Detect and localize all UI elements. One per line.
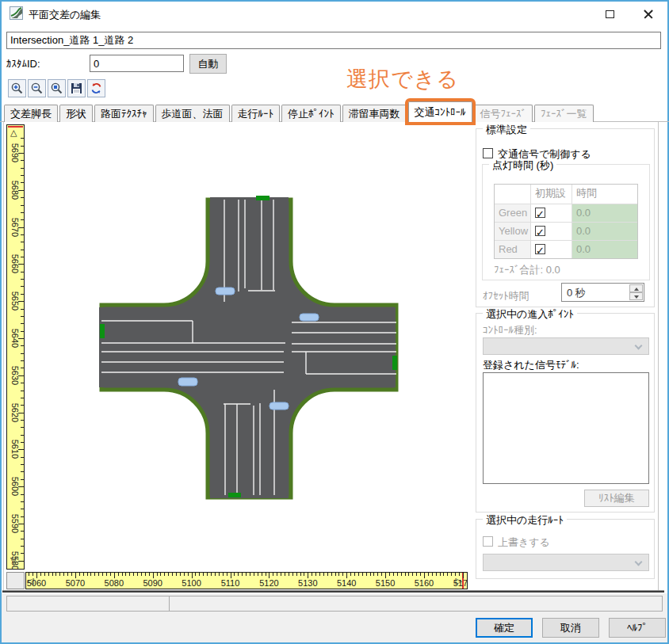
h-ruler-label: 5060 (25, 578, 55, 588)
signal-table: 初期設定時間Green0.0Yellow0.0Red0.0 (494, 184, 638, 259)
status-bar-divider (169, 596, 170, 611)
v-ruler-label: 5660 (10, 253, 20, 275)
canvas-bottom-edge (2, 590, 664, 593)
horizontal-ruler: ◁ ▷ 506050705080509051005110512051305140… (25, 572, 468, 589)
tab-page-border-left (3, 122, 4, 591)
cancel-button[interactable]: 取消 (542, 618, 599, 638)
arrow-down-icon (634, 295, 639, 299)
status-bar (6, 596, 663, 612)
spinner-up-button[interactable] (629, 284, 643, 292)
signal-name-cell: Red (495, 241, 530, 258)
intersection-name-input[interactable] (6, 32, 661, 49)
chevron-down-icon (635, 342, 643, 350)
h-ruler-label: 5140 (327, 578, 365, 588)
route-group: 選択中の走行ﾙｰﾄ 上書きする (476, 519, 655, 579)
overwrite-checkbox (483, 536, 493, 547)
signal-name-cell: Green (495, 204, 530, 222)
tab-8[interactable]: 交通ｺﾝﾄﾛｰﾙ (408, 101, 472, 122)
route-combobox (483, 554, 649, 571)
zoom-fit-icon (50, 82, 63, 95)
help-button[interactable]: ﾍﾙﾌﾟ (609, 618, 666, 638)
route-group-title: 選択中の走行ﾙｰﾄ (483, 513, 567, 528)
tab-3[interactable]: 路面ﾃｸｽﾁｬ (94, 105, 154, 122)
traffic-signal-checkbox[interactable] (483, 148, 493, 158)
h-ruler-label: 5090 (134, 578, 172, 588)
window-title: 平面交差の編集 (29, 8, 101, 22)
tab-6[interactable]: 停止ﾎﾟｲﾝﾄ (281, 105, 341, 122)
v-ruler-label: 5680 (10, 179, 20, 201)
tab-5[interactable]: 走行ﾙｰﾄ (231, 105, 281, 122)
v-ruler-label: 5620 (10, 402, 20, 424)
app-icon (10, 6, 23, 20)
spinner-down-button[interactable] (629, 292, 643, 300)
save-button[interactable] (67, 79, 86, 97)
control-type-label: ｺﾝﾄﾛｰﾙ種別: (483, 323, 537, 337)
signal-table-header: 初期設定 (530, 185, 572, 204)
entry-point-group: 選択中の進入ﾎﾟｲﾝﾄ ｺﾝﾄﾛｰﾙ種別: 登録された信号ﾓﾃﾞﾙ: ﾘｽﾄ編集 (476, 313, 655, 513)
yellow-initial-checkbox[interactable] (535, 226, 545, 236)
signal-table-row: Yellow0.0 (495, 222, 637, 240)
close-button[interactable] (636, 4, 659, 24)
tab-2[interactable]: 形状 (59, 105, 93, 122)
ruler-top-marker-icon[interactable]: △ (10, 128, 17, 136)
intersection-canvas[interactable] (25, 124, 468, 570)
tab-9: 信号ﾌｪｰｽﾞ (474, 105, 533, 122)
time-cell: 0.0 (572, 204, 637, 222)
zoom-in-button[interactable] (8, 79, 26, 97)
ok-button[interactable]: 確定 (476, 618, 533, 638)
green-initial-checkbox[interactable] (535, 208, 545, 218)
tab-7[interactable]: 滞留車両数 (342, 105, 407, 122)
tab-10: ﾌｪｰｽﾞ一覧 (534, 105, 594, 122)
intersection-edit-dialog: 平面交差の編集 ｶｽﾀﾑID: 自動 (0, 0, 669, 644)
entry-point-title: 選択中の進入ﾎﾟｲﾝﾄ (483, 307, 577, 322)
title-bar: 平面交差の編集 (2, 2, 667, 25)
refresh-button[interactable] (87, 79, 105, 97)
zoom-out-icon (30, 82, 44, 95)
offset-time-label: ｵﾌｾｯﾄ時間 (483, 289, 529, 303)
offset-time-spinner[interactable]: 0 秒 (561, 283, 644, 302)
initial-setting-cell (530, 223, 572, 240)
tab-4[interactable]: 歩道面、法面 (155, 105, 230, 122)
time-cell: 0.0 (572, 241, 637, 258)
signal-model-listbox[interactable] (483, 372, 649, 484)
signal-table-header: 時間 (572, 185, 637, 204)
v-ruler-label: 5610 (10, 438, 20, 460)
v-ruler-label: 5580 (10, 550, 20, 570)
arrow-up-icon (634, 288, 639, 291)
zoom-out-button[interactable] (28, 79, 46, 97)
standard-settings-group: 標準設定 交通信号で制御する 点灯時間 (秒) 初期設定時間Green0.0Ye… (476, 128, 655, 307)
tab-bar: 交差脚長形状路面ﾃｸｽﾁｬ歩道面、法面走行ﾙｰﾄ停止ﾎﾟｲﾝﾄ滞留車両数交通ｺﾝ… (4, 101, 595, 122)
h-ruler-label: 5120 (250, 578, 288, 588)
v-ruler-label: 5600 (10, 475, 20, 497)
signal-table-row: Green0.0 (495, 204, 637, 222)
initial-setting-cell (530, 204, 572, 222)
chevron-down-icon (635, 558, 643, 566)
tab-page-border-right (658, 122, 659, 591)
time-cell: 0.0 (572, 223, 637, 240)
tab-1[interactable]: 交差脚長 (4, 105, 58, 122)
road-intersection (99, 197, 396, 498)
zoom-fit-button[interactable] (48, 79, 66, 97)
ruler-corner-box (6, 572, 25, 589)
list-edit-button: ﾘｽﾄ編集 (584, 490, 649, 507)
annotation-text: 選択できる (346, 65, 459, 93)
light-timing-title: 点灯時間 (秒) (489, 158, 556, 173)
spinner-buttons (629, 284, 643, 300)
red-initial-checkbox[interactable] (535, 244, 545, 254)
light-timing-group: 点灯時間 (秒) 初期設定時間Green0.0Yellow0.0Red0.0 ﾌ… (482, 164, 650, 280)
custom-id-label: ｶｽﾀﾑID: (6, 58, 40, 70)
auto-id-button[interactable]: 自動 (189, 54, 227, 74)
offset-time-value: 0 秒 (567, 286, 586, 300)
v-ruler-label: 5640 (10, 327, 20, 349)
h-ruler-label: 5100 (173, 578, 211, 588)
phase-total-label: ﾌｪｰｽﾞ合計: 0.0 (494, 263, 560, 277)
h-ruler-label: 5070 (56, 578, 94, 588)
initial-setting-cell (530, 241, 572, 258)
refresh-icon (90, 82, 103, 95)
maximize-button[interactable] (598, 4, 621, 24)
v-ruler-label: 5690 (10, 142, 20, 164)
custom-id-input[interactable] (90, 55, 184, 72)
maximize-icon (606, 10, 614, 18)
zoom-in-icon (10, 82, 24, 95)
h-ruler-label: 5080 (95, 578, 133, 588)
